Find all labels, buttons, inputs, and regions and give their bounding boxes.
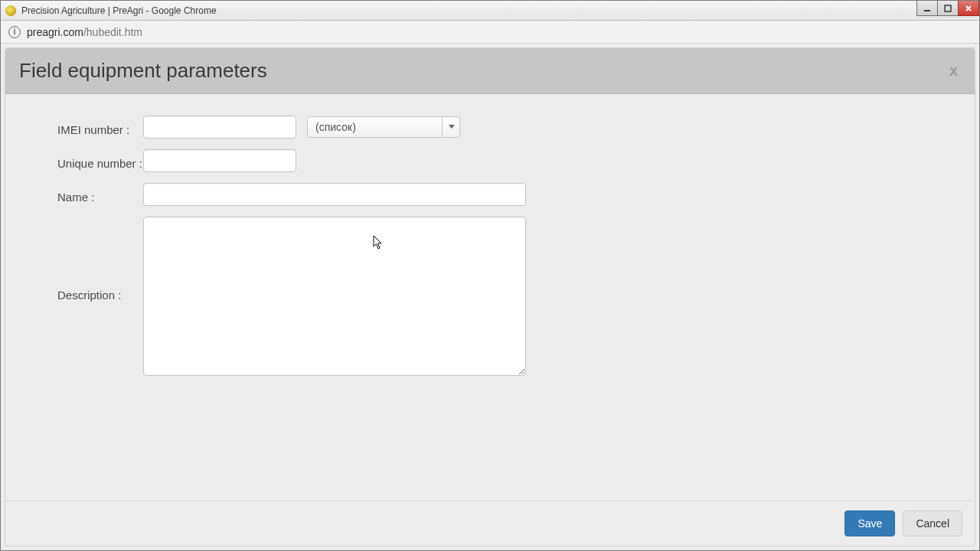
equipment-parameters-panel: Field equipment parameters x IMEI number… xyxy=(5,47,975,546)
imei-list-select[interactable]: (список) xyxy=(307,116,460,138)
panel-title: Field equipment parameters xyxy=(19,59,267,83)
maximize-icon xyxy=(944,5,952,12)
name-input[interactable] xyxy=(143,183,526,206)
imei-label: IMEI number : xyxy=(21,119,143,136)
window-titlebar: Precision Agriculture | PreAgri - Google… xyxy=(1,1,979,21)
name-label: Name : xyxy=(21,186,143,204)
window-maximize-button[interactable] xyxy=(937,1,959,16)
page-content: Field equipment parameters x IMEI number… xyxy=(1,44,979,550)
imei-list-selected: (список) xyxy=(315,121,356,133)
tab-favicon xyxy=(5,5,16,16)
minimize-icon xyxy=(923,5,931,12)
url-path: /hubedit.htm xyxy=(83,26,142,38)
window-close-button[interactable] xyxy=(958,1,979,16)
url-display: preagri.com/hubedit.htm xyxy=(27,26,142,38)
imei-input[interactable] xyxy=(143,116,296,139)
window-title: Precision Agriculture | PreAgri - Google… xyxy=(21,5,217,16)
panel-header: Field equipment parameters x xyxy=(5,48,975,94)
row-name: Name : xyxy=(21,183,959,206)
cancel-button[interactable]: Cancel xyxy=(903,510,962,536)
svg-rect-0 xyxy=(924,10,930,11)
save-button[interactable]: Save xyxy=(844,510,895,536)
close-icon xyxy=(965,5,972,12)
address-bar[interactable]: i preagri.com/hubedit.htm xyxy=(1,21,979,44)
unique-number-input[interactable] xyxy=(143,149,296,172)
imei-list-select-wrap: (список) xyxy=(307,116,460,138)
browser-window: Precision Agriculture | PreAgri - Google… xyxy=(0,0,980,551)
row-description: Description : xyxy=(21,217,959,376)
window-minimize-button[interactable] xyxy=(916,1,938,16)
row-unique: Unique number : xyxy=(21,149,959,172)
site-info-icon[interactable]: i xyxy=(8,26,21,38)
panel-body: IMEI number : (список) Unique number : xyxy=(5,94,975,500)
description-textarea[interactable] xyxy=(143,217,526,376)
svg-rect-1 xyxy=(945,5,951,11)
panel-footer: Save Cancel xyxy=(5,500,975,546)
row-imei: IMEI number : (список) xyxy=(21,116,959,139)
url-host: preagri.com xyxy=(27,26,83,38)
window-controls xyxy=(917,1,979,18)
panel-close-button[interactable]: x xyxy=(946,62,961,80)
unique-label: Unique number : xyxy=(21,152,143,170)
description-label: Description : xyxy=(21,217,143,302)
